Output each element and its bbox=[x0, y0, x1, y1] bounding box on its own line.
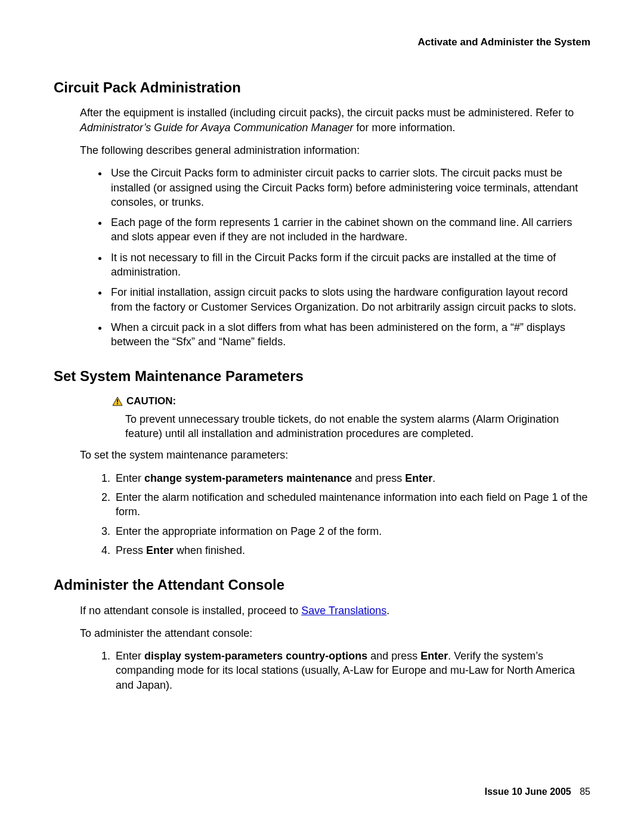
step-text: when finished. bbox=[174, 544, 245, 556]
intro-paragraph: After the equipment is installed (includ… bbox=[80, 106, 590, 135]
list-item: Each page of the form represents 1 carri… bbox=[109, 215, 590, 244]
caution-block: CAUTION: To prevent unnecessary trouble … bbox=[125, 395, 590, 441]
text: If no attendant console is installed, pr… bbox=[80, 605, 301, 617]
page-container: Activate and Administer the System Circu… bbox=[0, 0, 644, 833]
list-item: Press Enter when finished. bbox=[113, 543, 590, 558]
step-text: . bbox=[432, 472, 435, 484]
attendant-intro-1: If no attendant console is installed, pr… bbox=[80, 603, 590, 618]
caution-label: CAUTION: bbox=[126, 395, 176, 408]
list-item: It is not necessary to fill in the Circu… bbox=[109, 250, 590, 280]
maintenance-intro: To set the system maintenance parameters… bbox=[80, 448, 590, 462]
page-footer: Issue 10 June 2005 85 bbox=[485, 785, 590, 798]
running-header: Activate and Administer the System bbox=[54, 36, 590, 49]
attendant-intro-2: To administer the attendant console: bbox=[80, 626, 590, 640]
heading-set-system-maintenance: Set System Maintenance Parameters bbox=[54, 367, 590, 386]
step-text: Press bbox=[116, 544, 146, 556]
svg-rect-2 bbox=[117, 403, 118, 404]
caution-text: To prevent unnecessary trouble tickets, … bbox=[125, 412, 590, 441]
key-enter: Enter bbox=[420, 650, 448, 662]
intro-text-italic: Administrator’s Guide for Avaya Communic… bbox=[80, 122, 354, 134]
attendant-steps: Enter display system-parameters country-… bbox=[54, 649, 590, 692]
save-translations-link[interactable]: Save Translations bbox=[301, 605, 386, 617]
command-text: display system-parameters country-option… bbox=[144, 650, 367, 662]
issue-date: Issue 10 June 2005 bbox=[485, 786, 571, 797]
general-lead-text: The following describes general administ… bbox=[80, 143, 590, 157]
key-enter: Enter bbox=[146, 544, 174, 556]
list-item: For initial installation, assign circuit… bbox=[109, 285, 590, 314]
list-item: When a circuit pack in a slot differs fr… bbox=[109, 320, 590, 349]
step-text: and press bbox=[367, 650, 420, 662]
step-text: and press bbox=[352, 472, 405, 484]
list-item: Enter the alarm notification and schedul… bbox=[113, 490, 590, 519]
key-enter: Enter bbox=[405, 472, 432, 484]
caution-heading: CAUTION: bbox=[112, 395, 590, 408]
page-number: 85 bbox=[580, 786, 590, 797]
step-text: Enter bbox=[116, 472, 144, 484]
svg-rect-1 bbox=[117, 400, 118, 402]
heading-circuit-pack-administration: Circuit Pack Administration bbox=[54, 78, 590, 97]
text: . bbox=[386, 605, 389, 617]
heading-administer-attendant-console: Administer the Attendant Console bbox=[54, 575, 590, 594]
list-item: Enter change system-parameters maintenan… bbox=[113, 471, 590, 485]
command-text: change system-parameters maintenance bbox=[144, 472, 352, 484]
caution-triangle-icon bbox=[112, 397, 123, 406]
list-item: Enter display system-parameters country-… bbox=[113, 649, 590, 692]
intro-text-pre: After the equipment is installed (includ… bbox=[80, 107, 574, 119]
maintenance-steps: Enter change system-parameters maintenan… bbox=[54, 471, 590, 558]
circuit-pack-bullet-list: Use the Circuit Packs form to administer… bbox=[54, 166, 590, 349]
list-item: Enter the appropriate information on Pag… bbox=[113, 524, 590, 538]
list-item: Use the Circuit Packs form to administer… bbox=[109, 166, 590, 209]
intro-text-post: for more information. bbox=[354, 122, 456, 134]
step-text: Enter bbox=[116, 650, 144, 662]
